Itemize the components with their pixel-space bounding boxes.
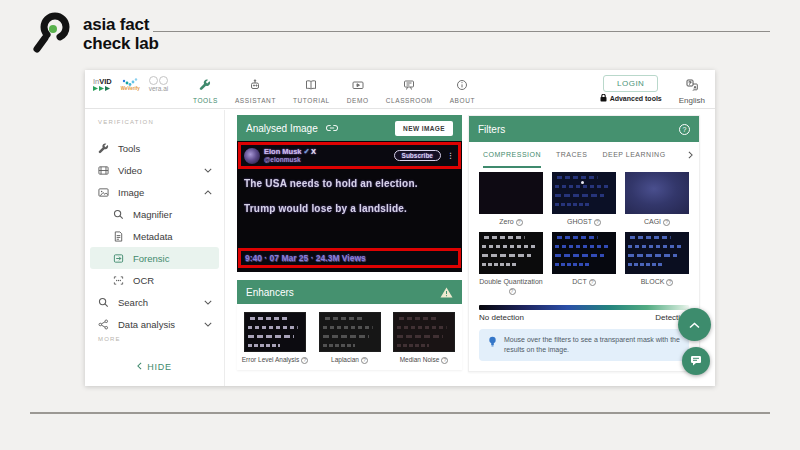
sidebar-more-label: MORE [98,336,121,342]
login-area: LOGIN Advanced tools [600,75,662,103]
chevron-right-icon[interactable] [688,142,693,168]
invid-logo[interactable]: InVID [93,78,112,91]
help-icon[interactable]: ? [663,219,670,226]
filter-thumbnail[interactable] [552,172,616,214]
link-icon[interactable] [326,124,338,132]
book-icon [305,77,317,95]
chevron-down-icon [204,300,212,305]
sidebar-item-metadata[interactable]: Metadata [85,225,224,247]
brand-name: asia fact check lab [83,15,159,53]
filter-zero[interactable]: Zero? [479,172,543,232]
tab-deep-learning[interactable]: DEEP LEARNING [602,142,665,168]
filter-dct[interactable]: DCT? [552,232,616,301]
filters-tooltip: Mouse over the filters to see a transpar… [479,329,689,361]
help-icon[interactable]: ? [441,357,448,364]
filters-title: Filters [478,124,505,135]
help-icon[interactable]: ? [516,219,523,226]
filter-thumbnail[interactable] [479,172,543,214]
sidebar-item-label: Video [118,165,142,176]
image-icon [98,187,109,198]
sidebar-item-ocr[interactable]: OCR [85,269,224,291]
enhancer-label: Median Noise [400,356,440,363]
help-icon[interactable]: ? [361,357,368,364]
tweet-body: The USA needs to hold an election. Trump… [244,178,458,228]
language-selector[interactable]: English [679,75,705,105]
enhancer-thumbnail[interactable] [244,312,306,352]
detection-box-meta: 9:40 · 07 Mar 25 · 24.3M Views [238,248,461,268]
enhancer-thumbnail[interactable] [393,312,455,352]
weverify-logo[interactable]: WeVerify [121,78,140,92]
enhancer-laplacian[interactable]: Laplacian? [316,312,384,364]
scroll-top-button[interactable] [678,308,711,341]
tweet-name: Elon Musk [264,147,302,156]
nav-tutorial-label: TUTORIAL [293,97,330,104]
filter-cagi[interactable]: CAGI? [625,172,689,232]
filter-thumbnail[interactable] [625,232,689,274]
sidebar-item-search[interactable]: Search [85,291,224,313]
scale-left-label: No detection [479,313,524,322]
nav-assistant[interactable]: ASSISTANT [235,77,276,104]
filter-block[interactable]: BLOCK? [625,232,689,301]
filter-thumbnail[interactable] [479,232,543,274]
page: asia fact check lab InVID [0,0,800,450]
login-button[interactable]: LOGIN [603,75,658,92]
tweet-line1: The USA needs to hold an election. [244,178,458,189]
chevron-left-icon [137,362,142,372]
enhancer-label: Error Level Analysis [242,356,299,363]
more-options-icon: ⋮ [447,152,454,160]
header-right: LOGIN Advanced tools English [600,75,705,105]
sidebar-item-label: OCR [133,275,154,286]
language-label: English [679,96,705,105]
sidebar-item-image[interactable]: Image [85,181,224,203]
filter-ghost[interactable]: GHOST? [552,172,616,232]
nav-about-label: ABOUT [450,97,475,104]
new-image-button[interactable]: NEW IMAGE [395,121,453,136]
magnifier-logo-icon [28,8,76,60]
sidebar-item-label: Tools [118,143,140,154]
advanced-tools[interactable]: Advanced tools [600,94,662,103]
nav-tutorial[interactable]: TUTORIAL [293,77,330,104]
sidebar-item-label: Metadata [133,231,173,242]
filters-panel: Filters ? COMPRESSION TRACES DEEP LEARNI… [468,115,700,372]
nav-tools-label: TOOLS [193,97,218,104]
sidebar-section-label: VERIFICATION [98,119,224,125]
nav-about[interactable]: ABOUT [450,77,475,104]
filter-thumbnail[interactable] [625,172,689,214]
sidebar-item-data-analysis[interactable]: Data analysis [85,313,224,335]
sidebar-item-forensic[interactable]: Forensic [90,247,219,269]
document-icon [113,231,124,242]
app-window: InVID WeVerify [85,70,715,386]
enhancer-thumbnail[interactable] [319,312,381,352]
help-icon[interactable]: ? [666,279,673,286]
help-icon[interactable]: ? [589,279,596,286]
hide-sidebar-button[interactable]: HIDE [85,362,224,372]
warning-icon[interactable] [440,287,453,298]
enhancer-error-level-analysis[interactable]: Error Level Analysis? [241,312,309,364]
hide-label: HIDE [147,362,172,372]
tab-compression[interactable]: COMPRESSION [483,142,541,168]
nav-demo[interactable]: DEMO [347,77,369,104]
sidebar-item-magnifier[interactable]: Magnifier [85,203,224,225]
nav-tools[interactable]: TOOLS [193,77,218,104]
help-icon[interactable]: ? [301,357,308,364]
invid-logo-suffix: VID [99,77,112,86]
filter-thumbnail[interactable] [552,232,616,274]
verified-badge-icon: ✓ [304,147,310,156]
partner-logos: InVID WeVerify [93,76,168,93]
nav-classroom[interactable]: CLASSROOM [386,77,433,104]
help-icon[interactable]: ? [509,288,516,295]
tweet-line2: Trump would lose by a landslide. [244,203,458,214]
sidebar-item-tools[interactable]: Tools [85,137,224,159]
help-icon[interactable]: ? [679,124,690,135]
help-icon[interactable]: ? [594,219,601,226]
brand-line1: asia fact [83,15,159,34]
enhancer-median-noise[interactable]: Median Noise? [390,312,458,364]
analysed-image[interactable]: Elon Musk ✓X @elonmusk Subscribe ⋮ The U… [237,141,462,272]
sidebar-item-label: Image [118,187,144,198]
tab-traces[interactable]: TRACES [556,142,587,168]
sidebar-item-video[interactable]: Video [85,159,224,181]
vera-logo[interactable]: vera.ai [149,76,169,93]
vera-logo-text: vera.ai [149,85,169,93]
filter-double-quantization[interactable]: Double Quantization? [479,232,543,301]
feedback-chat-button[interactable] [682,347,710,375]
